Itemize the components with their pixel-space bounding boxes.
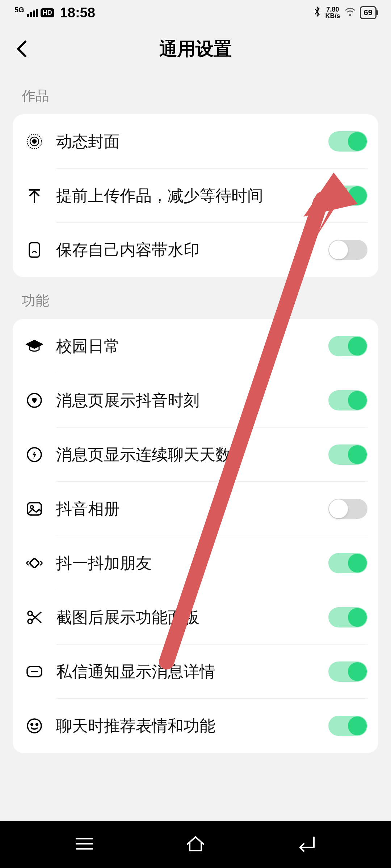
toggle-album[interactable] xyxy=(328,499,367,519)
row-label: 校园日常 xyxy=(56,336,328,357)
upload-arrow-icon xyxy=(24,185,45,207)
row-screenshot-panel[interactable]: 截图后展示功能面板 xyxy=(13,590,378,644)
toggle-watermark[interactable] xyxy=(328,240,367,260)
row-moments[interactable]: 消息页展示抖音时刻 xyxy=(13,373,378,427)
battery-indicator: 69 xyxy=(360,6,377,19)
row-watermark[interactable]: 保存自己内容带水印 xyxy=(13,223,378,277)
back-button[interactable] xyxy=(11,38,33,60)
row-label: 提前上传作品，减少等待时间 xyxy=(56,185,328,207)
nav-back-button[interactable] xyxy=(296,836,318,853)
row-label: 消息页展示抖音时刻 xyxy=(56,390,328,411)
row-label: 动态封面 xyxy=(56,131,328,152)
card-works: 动态封面 提前上传作品，减少等待时间 保存自己内容带水印 xyxy=(13,114,378,277)
status-bar: 5G HD 18:58 7.80 KB/s 69 xyxy=(0,0,391,25)
row-label: 消息页显示连续聊天天数 xyxy=(56,444,328,465)
chevron-left-icon xyxy=(14,40,29,58)
toggle-screenshot-panel[interactable] xyxy=(328,607,367,627)
row-shake[interactable]: 抖一抖加朋友 xyxy=(13,536,378,590)
toggle-shake[interactable] xyxy=(328,553,367,573)
network-type: 5G xyxy=(14,6,24,14)
row-label: 保存自己内容带水印 xyxy=(56,239,328,261)
row-dm-detail[interactable]: 私信通知显示消息详情 xyxy=(13,644,378,699)
speed-value: 7.80 xyxy=(326,6,339,13)
app-header: 通用设置 xyxy=(0,25,391,72)
message-detail-icon xyxy=(24,661,45,682)
row-campus[interactable]: 校园日常 xyxy=(13,319,378,373)
row-emoji-suggest[interactable]: 聊天时推荐表情和功能 xyxy=(13,699,378,753)
system-nav-bar xyxy=(0,821,391,868)
row-chat-streak[interactable]: 消息页显示连续聊天天数 xyxy=(13,427,378,482)
status-time: 18:58 xyxy=(60,5,95,21)
shake-icon xyxy=(24,552,45,574)
hd-badge: HD xyxy=(41,8,54,17)
emoji-icon xyxy=(24,715,45,737)
toggle-emoji-suggest[interactable] xyxy=(328,716,367,736)
graduation-cap-icon xyxy=(24,335,45,357)
card-features: 校园日常 消息页展示抖音时刻 消息页显示连续聊天天数 抖音相册 xyxy=(13,319,378,753)
nav-recent-button[interactable] xyxy=(73,836,95,853)
svg-point-14 xyxy=(31,724,33,726)
section-title-works: 作品 xyxy=(0,72,391,114)
toggle-chat-streak[interactable] xyxy=(328,444,367,465)
svg-point-7 xyxy=(30,506,33,509)
heart-circle-icon xyxy=(24,390,45,411)
toggle-campus[interactable] xyxy=(328,336,367,356)
toggle-preupload[interactable] xyxy=(328,186,367,206)
svg-rect-8 xyxy=(29,558,39,568)
row-label: 聊天时推荐表情和功能 xyxy=(56,715,328,737)
svg-point-13 xyxy=(28,719,41,733)
photo-icon xyxy=(24,498,45,520)
bullseye-icon xyxy=(24,131,45,152)
toggle-dynamic-cover[interactable] xyxy=(328,131,367,152)
phone-watermark-icon xyxy=(24,239,45,261)
toggle-moments[interactable] xyxy=(328,390,367,410)
signal-bars-icon xyxy=(27,9,38,17)
row-preupload[interactable]: 提前上传作品，减少等待时间 xyxy=(13,169,378,223)
row-label: 截图后展示功能面板 xyxy=(56,607,328,628)
status-left: 5G HD 18:58 xyxy=(14,5,95,21)
status-right: 7.80 KB/s 69 xyxy=(313,6,377,19)
row-dynamic-cover[interactable]: 动态封面 xyxy=(13,114,378,169)
svg-point-15 xyxy=(36,724,38,726)
svg-point-2 xyxy=(33,140,36,143)
row-label: 抖一抖加朋友 xyxy=(56,553,328,574)
svg-rect-3 xyxy=(29,243,39,257)
bluetooth-icon xyxy=(313,6,321,19)
row-label: 抖音相册 xyxy=(56,498,328,520)
section-title-features: 功能 xyxy=(0,277,391,319)
scissors-icon xyxy=(24,607,45,628)
network-speed: 7.80 KB/s xyxy=(325,6,340,19)
row-album[interactable]: 抖音相册 xyxy=(13,482,378,536)
wifi-icon xyxy=(345,7,356,18)
page-title: 通用设置 xyxy=(159,37,232,61)
row-label: 私信通知显示消息详情 xyxy=(56,661,328,682)
speed-unit: KB/s xyxy=(325,13,340,19)
toggle-dm-detail[interactable] xyxy=(328,661,367,682)
nav-home-button[interactable] xyxy=(185,835,206,854)
lightning-circle-icon xyxy=(24,444,45,465)
